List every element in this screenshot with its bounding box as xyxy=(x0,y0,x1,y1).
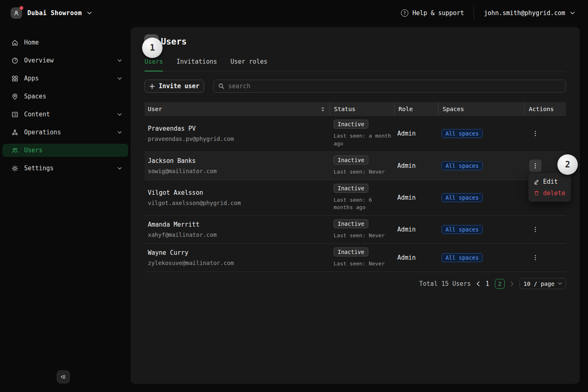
row-actions-button[interactable] xyxy=(529,160,541,172)
row-actions-button[interactable] xyxy=(529,127,541,140)
sidebar-item-apps[interactable]: Apps xyxy=(2,72,128,85)
sidebar-item-overview[interactable]: Overview xyxy=(2,54,128,67)
person-icon xyxy=(13,10,20,16)
menu-item-label: delete xyxy=(543,189,565,197)
tab-user-roles[interactable]: User roles xyxy=(231,58,267,71)
column-header-role: Role xyxy=(394,102,438,116)
invite-user-button[interactable]: Invite user xyxy=(145,80,204,93)
column-header-status: Status xyxy=(330,102,394,116)
sidebar-collapse-button[interactable] xyxy=(57,370,70,383)
last-seen-text: Last seen: Never xyxy=(334,232,394,240)
chevron-right-icon xyxy=(510,281,514,286)
chevron-down-icon xyxy=(118,131,122,134)
user-name: Amanda Merritt xyxy=(148,221,330,228)
spaces-badge[interactable]: All spaces xyxy=(441,193,483,202)
menu-item-delete[interactable]: delete xyxy=(528,187,571,199)
tab-invitations[interactable]: Invitations xyxy=(176,58,217,71)
sidebar-item-label: Apps xyxy=(24,75,39,82)
workspace-name: Dubai Showroom xyxy=(27,9,82,17)
chevron-down-icon xyxy=(87,11,92,15)
user-email: zylekosuve@mailinator.com xyxy=(148,260,330,266)
plus-icon xyxy=(149,84,155,89)
table-row: Praveendas PV praveendas.pv@phygrid.com … xyxy=(145,116,566,152)
spaces-badge[interactable]: All spaces xyxy=(441,253,483,262)
user-name: Vilgot Axelsson xyxy=(148,189,330,196)
last-seen-text: Last seen: a month ago xyxy=(334,132,394,148)
content-icon xyxy=(11,111,18,118)
help-icon: ? xyxy=(401,9,408,17)
sidebar-item-label: Content xyxy=(24,111,50,118)
user-role: Admin xyxy=(394,194,438,201)
chevron-down-icon xyxy=(118,113,122,116)
top-bar-divider xyxy=(474,6,474,20)
user-role: Admin xyxy=(394,130,438,137)
sidebar-item-label: Operations xyxy=(24,129,61,136)
chevron-left-icon xyxy=(477,281,480,286)
column-header-actions: Actions xyxy=(524,102,566,116)
top-bar-right: ? Help & support john.smith@phygrid.com xyxy=(401,6,575,20)
help-support-link[interactable]: ? Help & support xyxy=(401,9,464,17)
menu-item-label: Edit xyxy=(543,178,558,185)
kebab-icon xyxy=(535,163,536,169)
chevron-down-icon xyxy=(570,11,575,15)
pagination-total: Total 15 Users xyxy=(419,280,471,287)
map-pin-icon xyxy=(11,93,18,100)
last-seen-text: Last seen: 6 months ago xyxy=(334,196,394,212)
account-email: john.smith@phygrid.com xyxy=(484,9,565,17)
sidebar-item-content[interactable]: Content xyxy=(2,108,128,121)
pagination: Total 15 Users 1 2 10 / page xyxy=(145,278,566,290)
notification-dot xyxy=(20,6,23,10)
last-seen-text: Last seen: Never xyxy=(334,168,394,176)
annotation-step-2: 2 xyxy=(557,154,578,175)
spaces-badge[interactable]: All spaces xyxy=(441,225,483,234)
table-header-row: User Status Role Spaces Actions xyxy=(145,102,566,116)
sidebar-item-settings[interactable]: Settings xyxy=(2,162,128,175)
user-email: sowig@mailinator.com xyxy=(148,168,330,174)
account-menu[interactable]: john.smith@phygrid.com xyxy=(484,9,575,17)
invite-user-label: Invite user xyxy=(159,82,199,90)
row-actions-button[interactable] xyxy=(529,223,541,236)
search-input[interactable] xyxy=(228,82,561,90)
sidebar-item-users[interactable]: Users xyxy=(2,144,128,157)
status-badge: Inactive xyxy=(334,247,368,256)
user-name: Jackson Banks xyxy=(148,157,330,165)
sort-icon[interactable] xyxy=(321,107,325,112)
kebab-icon xyxy=(535,131,536,136)
sidebar-item-spaces[interactable]: Spaces xyxy=(2,90,128,103)
main-panel: Users 1 2 Users Invitations User roles I… xyxy=(131,27,580,384)
status-badge: Inactive xyxy=(334,156,368,165)
table-row: Wayne Curry zylekosuve@mailinator.com In… xyxy=(145,244,566,272)
annotation-step-1: 1 xyxy=(142,38,163,58)
kebab-icon xyxy=(535,227,536,232)
last-seen-text: Last seen: Never xyxy=(334,260,394,268)
row-context-menu: Edit delete xyxy=(528,173,571,202)
status-badge: Inactive xyxy=(334,184,368,193)
previous-page-button[interactable] xyxy=(477,281,480,286)
spaces-badge[interactable]: All spaces xyxy=(441,161,483,170)
sidebar-item-label: Spaces xyxy=(24,93,46,100)
spaces-badge[interactable]: All spaces xyxy=(441,129,483,138)
page-number-1[interactable]: 1 xyxy=(486,280,489,287)
page-title: Users xyxy=(161,37,187,47)
menu-item-edit[interactable]: Edit xyxy=(528,176,571,187)
sidebar-item-home[interactable]: Home xyxy=(2,36,128,49)
gear-icon xyxy=(11,165,18,172)
workspace-selector[interactable]: Dubai Showroom xyxy=(11,7,92,19)
tab-users[interactable]: Users xyxy=(145,58,163,71)
apps-grid-icon xyxy=(11,75,18,82)
table-row: Jackson Banks sowig@mailinator.com Inact… xyxy=(145,152,566,180)
next-page-button[interactable] xyxy=(510,281,514,286)
user-role: Admin xyxy=(394,254,438,261)
row-actions-button[interactable] xyxy=(529,252,541,264)
sidebar-item-operations[interactable]: Operations xyxy=(2,126,128,139)
table-row: Amanda Merritt xahyf@mailinator.com Inac… xyxy=(145,216,566,244)
table-controls: Invite user xyxy=(145,80,566,93)
chevron-down-icon xyxy=(118,77,122,80)
page-size-select[interactable]: 10 / page xyxy=(519,278,566,289)
table-row: Vilgot Axelsson vilgot.axelsson@phygrid.… xyxy=(145,180,566,216)
page-number-2-current[interactable]: 2 xyxy=(495,279,505,289)
column-header-user[interactable]: User xyxy=(145,102,330,116)
user-role: Admin xyxy=(394,226,438,233)
sidebar: Home Overview Apps Spaces Content Operat… xyxy=(0,26,131,392)
user-role: Admin xyxy=(394,162,438,169)
